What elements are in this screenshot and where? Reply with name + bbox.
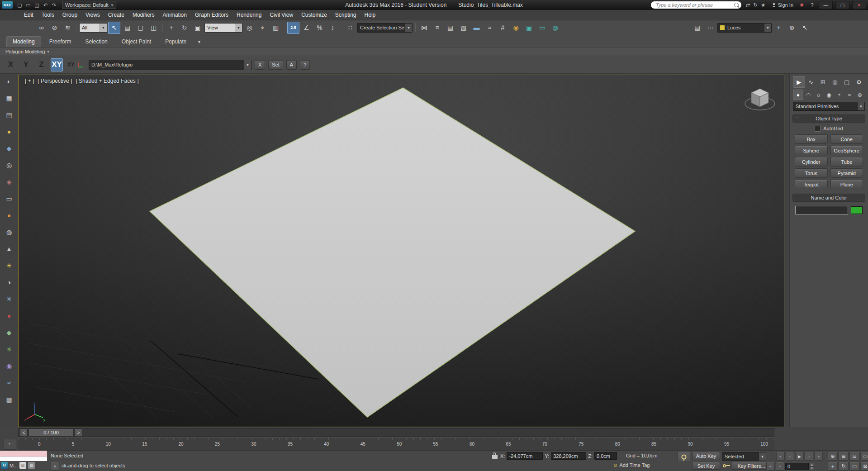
y-coordinate-field[interactable]: 328,209cm: [551, 452, 586, 460]
systems-subtab[interactable]: ⊛: [854, 90, 865, 100]
rollout-collapse-icon[interactable]: −: [796, 115, 798, 120]
menu-item[interactable]: Rendering: [232, 10, 266, 19]
menu-item[interactable]: Group: [58, 10, 81, 19]
menu-item[interactable]: Edit: [20, 10, 38, 19]
menu-item[interactable]: Civil View: [266, 10, 297, 19]
left-toolbar-icon[interactable]: ●: [4, 126, 14, 137]
next-frame-arrow[interactable]: >: [75, 428, 82, 437]
snaps-toggle-icon[interactable]: 2.5: [287, 22, 299, 34]
orbit-icon[interactable]: ↻: [839, 462, 849, 471]
edit-named-selection-sets-icon[interactable]: ∷: [344, 22, 356, 34]
tab-object-paint[interactable]: Object Paint: [116, 37, 157, 47]
keyboard-override-icon[interactable]: ▥: [270, 22, 282, 34]
geometry-subtab[interactable]: ●: [793, 90, 803, 100]
play-icon[interactable]: ▶: [795, 452, 804, 461]
cone-button[interactable]: Cone: [830, 134, 863, 144]
sphere-button[interactable]: Sphere: [795, 146, 828, 155]
left-toolbar-icon[interactable]: ▭: [4, 193, 14, 204]
output-path-dropdown[interactable]: D:\M_Max\Refugio▼: [89, 60, 251, 70]
pyramid-button[interactable]: Pyramid: [830, 168, 863, 178]
left-toolbar-icon[interactable]: ◈: [4, 176, 14, 187]
menu-item[interactable]: Help: [360, 10, 380, 19]
toggle-ribbon-icon[interactable]: ▬: [470, 22, 483, 34]
key-filters-button[interactable]: Key Filters...: [732, 462, 771, 470]
menu-item[interactable]: Animation: [159, 10, 191, 19]
set-key-button[interactable]: Set Key: [692, 462, 720, 470]
select-and-rotate-icon[interactable]: ↻: [178, 22, 190, 34]
time-slider-track[interactable]: [18, 428, 774, 437]
toggle-layer-explorer-icon[interactable]: ▧: [457, 22, 470, 34]
menu-item[interactable]: Customize: [297, 10, 331, 19]
space-warps-subtab[interactable]: ≈: [844, 90, 855, 100]
key-mode-icon[interactable]: ◦: [776, 462, 784, 471]
left-toolbar-icon[interactable]: ◉: [4, 361, 14, 371]
exchange-apps-icon[interactable]: ⇄: [744, 1, 752, 9]
minimize-button[interactable]: —: [819, 1, 833, 9]
select-and-link-icon[interactable]: ∞: [35, 22, 47, 34]
autogrid-checkbox[interactable]: [815, 126, 821, 132]
next-frame-icon[interactable]: ›: [805, 452, 813, 461]
infocenter-close-icon[interactable]: ✖: [798, 1, 806, 9]
left-toolbar-icon[interactable]: ●: [4, 310, 14, 321]
close-button[interactable]: ×: [852, 1, 866, 9]
select-and-scale-icon[interactable]: ▣: [191, 22, 204, 34]
angle-snap-icon[interactable]: ∠: [300, 22, 313, 34]
document-taskbar-icon[interactable]: ▤: [19, 462, 26, 469]
menu-item[interactable]: Graph Editors: [191, 10, 232, 19]
percent-snap-icon[interactable]: %: [313, 22, 326, 34]
rectangular-selection-region-icon[interactable]: ▢: [134, 22, 147, 34]
y-axis-button[interactable]: Y: [20, 58, 32, 71]
curve-editor-icon[interactable]: ≈: [484, 22, 496, 34]
x-coordinate-field[interactable]: -24,077cm: [507, 452, 543, 460]
left-toolbar-icon[interactable]: ●: [4, 210, 14, 221]
pan-view-icon[interactable]: +: [828, 462, 838, 471]
save-file-icon[interactable]: ◫: [33, 1, 41, 9]
auto-key-button[interactable]: Auto Key: [692, 452, 720, 460]
left-toolbar-icon[interactable]: ▩: [4, 394, 14, 405]
left-toolbar-icon[interactable]: ✳: [4, 294, 14, 304]
spinner-snap-icon[interactable]: ↕: [327, 22, 339, 34]
utilities-tab[interactable]: ⚙: [853, 76, 865, 88]
left-toolbar-icon[interactable]: ▲: [4, 243, 14, 254]
named-selection-set-combo[interactable]: Create Selection Se▼: [357, 23, 413, 33]
render-production-icon[interactable]: ◍: [549, 22, 561, 34]
left-toolbar-icon[interactable]: ◎: [4, 160, 14, 171]
left-toolbar-icon[interactable]: ▦: [4, 93, 14, 104]
left-toolbar-icon[interactable]: ☀: [4, 260, 14, 271]
select-objects-in-layer-icon[interactable]: ↖: [799, 22, 811, 34]
viewport-view-label[interactable]: [ Perspective ]: [38, 78, 72, 84]
close-mini-button[interactable]: ×: [51, 462, 59, 471]
time-tag-area[interactable]: ⊙ Add Time Tag: [613, 462, 650, 468]
add-selection-to-layer-icon[interactable]: ⊕: [786, 22, 798, 34]
tab-populate[interactable]: Populate: [159, 37, 192, 47]
mirror-icon[interactable]: ⋈: [418, 22, 430, 34]
menu-item[interactable]: Scripting: [331, 10, 360, 19]
menu-item[interactable]: Views: [81, 10, 104, 19]
scene-canvas[interactable]: [19, 75, 784, 427]
select-and-move-icon[interactable]: +: [165, 22, 177, 34]
new-scene-icon[interactable]: ▢: [15, 1, 24, 9]
tab-modeling[interactable]: Modeling: [6, 36, 41, 47]
teapot-button[interactable]: Teapot: [795, 180, 828, 189]
motion-tab[interactable]: ◎: [829, 76, 841, 88]
layer-lines-icon[interactable]: ⋯: [704, 22, 716, 34]
object-color-swatch[interactable]: [851, 206, 863, 214]
create-tab[interactable]: ▶: [793, 76, 805, 88]
macro-recorder-pane[interactable]: [0, 451, 47, 457]
box-button[interactable]: Box: [795, 134, 828, 144]
viewport-label[interactable]: [ + ] [ Perspective ] [ Shaded + Edged F…: [25, 78, 138, 84]
viewport-shading-label[interactable]: [ Shaded + Edged Faces ]: [76, 78, 138, 84]
display-tab[interactable]: ▢: [841, 76, 853, 88]
object-type-rollout[interactable]: − Object Type: [792, 114, 865, 123]
zoom-all-icon[interactable]: ⊞: [839, 452, 849, 461]
hierarchy-tab[interactable]: ⊞: [817, 76, 829, 88]
previous-key-icon[interactable]: «: [766, 462, 775, 471]
view-cube[interactable]: [743, 83, 777, 117]
application-menu-button[interactable]: MAX: [2, 1, 13, 9]
schematic-view-icon[interactable]: #: [497, 22, 509, 34]
path-help-button[interactable]: ?: [300, 60, 310, 70]
tab-freeform[interactable]: Freeform: [43, 37, 77, 47]
help-icon[interactable]: ?: [808, 1, 816, 9]
left-toolbar-icon[interactable]: ◆: [4, 143, 14, 154]
window-crossing-icon[interactable]: ◫: [147, 22, 160, 34]
